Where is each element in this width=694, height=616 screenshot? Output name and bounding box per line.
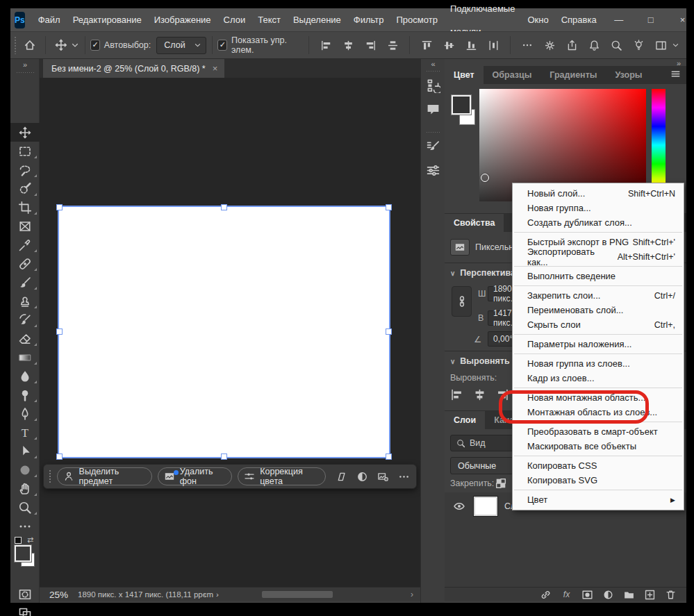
home-icon[interactable] [23,37,37,53]
color-panel-tab-1[interactable]: Цвет [445,66,484,84]
context-menu-item-highlighted[interactable]: Монтажная область из слоев... [513,405,684,419]
menubar-item-4[interactable]: Слои [217,8,252,31]
scroll-right-icon[interactable]: › [411,590,413,599]
strip-grip[interactable] [426,131,440,133]
expand-toolbar-icon[interactable]: » [10,60,40,69]
options-grip[interactable] [14,36,16,54]
context-menu-item-8[interactable]: Переименовать слой... [513,303,684,317]
align-right-button[interactable] [496,388,509,401]
document-info[interactable]: 1890 пикс. x 1417 пикс. (118,11 ppcm › [78,590,219,599]
align-left-button[interactable] [317,37,334,53]
panel-menu-icon[interactable] [670,69,681,82]
autoselect-checkbox[interactable]: ✓ [90,40,100,51]
zoom-level-field[interactable]: 25% [49,590,68,600]
minimize-button[interactable]: — [603,8,635,31]
color-panel-tab-3[interactable]: Градиенты [540,66,606,84]
lock-transparency-icon[interactable] [495,477,507,490]
dodge-tool[interactable] [10,385,40,404]
lasso-tool[interactable] [10,160,40,179]
quick-mask-button[interactable] [10,585,40,603]
transform-section-header[interactable]: ∨ Перспектива [450,268,515,278]
workspace-button[interactable] [652,37,669,53]
transform-handle[interactable] [56,328,63,335]
menubar-item-2[interactable]: Редактирование [67,8,148,31]
toolbar-grip[interactable] [16,72,34,74]
close-tab-icon[interactable]: × [213,63,218,74]
default-colors-icon[interactable] [15,537,22,544]
context-menu-item-17[interactable]: Копировать CSS [513,458,684,473]
align-center-h-button[interactable] [473,388,486,401]
properties-panel-tab-1[interactable]: Свойства [445,214,504,232]
quick-selection-tool[interactable] [10,179,40,198]
task-person-select-button[interactable]: Выделить предмет [57,467,152,485]
task-image-button[interactable]: Удалить фон [158,467,232,485]
color-panel-tab-4[interactable]: Узоры [606,66,651,84]
align-top-button[interactable] [418,37,435,53]
pen-tool[interactable] [10,404,40,423]
context-menu-item-10[interactable]: Параметры наложения... [513,337,684,351]
align-center-h-button[interactable] [340,37,356,53]
transform-handle[interactable] [56,204,63,210]
align-middle-button[interactable] [440,37,457,53]
context-menu-item-13[interactable]: Новая монтажная область... [513,390,684,405]
artboard-canvas[interactable] [59,207,389,457]
transform-handle[interactable] [221,453,227,460]
context-menu-item-18[interactable]: Копировать SVG [513,473,684,488]
context-menu-item-15[interactable]: Преобразовать в смарт-объект [513,424,684,439]
menubar-item-5[interactable]: Текст [251,8,287,31]
foreground-color-swatch[interactable] [15,545,31,562]
adjustment-button[interactable] [602,589,614,601]
distribute-h-button[interactable] [485,37,502,53]
trash-button[interactable] [665,589,677,601]
scrollbar-thumb[interactable] [262,591,333,598]
menubar-item-1[interactable]: Файл [32,8,67,31]
link-button[interactable] [540,589,552,601]
ellipsis-tool[interactable] [10,517,40,535]
strip-grip[interactable] [426,70,440,72]
workspace-settings-button[interactable] [541,37,558,53]
clone-stamp-tool[interactable] [10,292,40,310]
document-tab[interactable]: Без имени-2 @ 25% (Слой 0, RGB/8) * × [43,59,224,78]
more-options-button[interactable] [519,37,536,53]
collapse-panels-icon[interactable]: « [421,60,445,68]
path-selection-tool[interactable] [10,442,40,460]
shape-tool[interactable] [10,460,40,479]
layer-thumbnail[interactable] [474,497,497,516]
bell-button[interactable] [586,37,602,53]
blur-tool[interactable] [10,367,40,385]
eraser-tool[interactable] [10,329,40,348]
context-menu-item-7[interactable]: Закрепить слои...Ctrl+/ [513,288,684,303]
context-menu-item-12[interactable]: Кадр из слоев... [513,371,684,385]
context-menu-item-9[interactable]: Скрыть слоиCtrl+, [513,317,684,332]
menubar-item-10[interactable]: Окно [521,8,554,31]
crop-tool[interactable] [10,198,40,217]
context-menu-item-3[interactable]: Создать дубликат слоя... [513,215,684,230]
move-tool[interactable] [10,123,40,142]
screen-mode-button[interactable] [10,603,40,616]
autoselect-mode-select[interactable]: Слой [156,37,206,54]
tool-presets-icon[interactable] [426,163,440,178]
context-menu-item-6[interactable]: Выполнить сведение [513,269,684,283]
context-menu-item-5[interactable]: Экспортировать как...Alt+Shift+Ctrl+' [513,249,684,264]
layers-panel-tab-1[interactable]: Слои [445,411,485,429]
type-tool[interactable]: T [10,423,40,442]
context-menu-item-1[interactable]: Новый слой...Shift+Ctrl+N [513,186,684,201]
brush-settings-icon[interactable] [426,140,440,154]
fx-button[interactable]: fx [561,589,572,601]
move-tool-icon[interactable] [54,37,68,53]
mask-button[interactable] [581,589,593,601]
history-brush-tool[interactable] [10,310,40,329]
eye-icon[interactable] [453,500,465,513]
align-right-button[interactable] [362,37,379,53]
menubar-item-7[interactable]: Фильтр [347,8,390,31]
chevron-down-icon[interactable] [672,39,679,51]
contrast-button[interactable] [354,468,370,485]
close-button[interactable]: × [667,8,694,31]
menubar-item-8[interactable]: Просмотр [390,8,444,31]
marquee-tool[interactable] [10,142,40,160]
plus-square-button[interactable] [644,589,656,601]
transform-handle[interactable] [386,328,392,335]
show-controls-checkbox[interactable]: ✓ [217,40,227,51]
search-button[interactable] [608,37,625,53]
chevron-down-icon[interactable] [71,39,79,51]
